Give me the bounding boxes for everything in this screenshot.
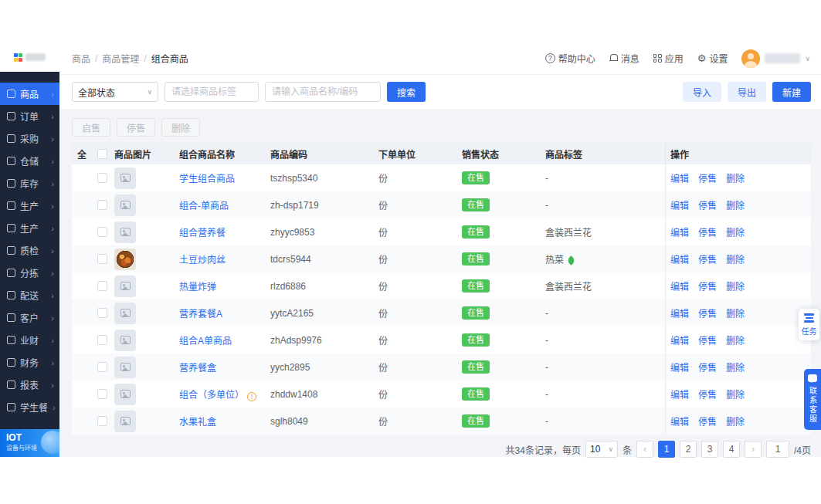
page-button-3[interactable]: 3 xyxy=(701,441,718,458)
edit-link[interactable]: 编辑 xyxy=(670,360,689,374)
edit-link[interactable]: 编辑 xyxy=(670,414,689,428)
import-button[interactable]: 导入 xyxy=(683,82,721,102)
sidebar-item-仓储[interactable]: 仓储 › xyxy=(0,150,59,172)
row-checkbox[interactable] xyxy=(97,254,107,264)
chevron-right-icon: › xyxy=(51,291,54,300)
export-button[interactable]: 导出 xyxy=(728,82,766,102)
delete-link[interactable]: 删除 xyxy=(726,171,745,184)
row-checkbox[interactable] xyxy=(97,173,107,183)
row-checkbox[interactable] xyxy=(97,389,107,399)
stop-sale-link[interactable]: 停售 xyxy=(698,306,717,320)
delete-link[interactable]: 删除 xyxy=(726,252,745,266)
breadcrumb-item[interactable]: 商品 xyxy=(72,52,90,65)
table-row: 热量炸弹 rlzd6886 份 在售 盒装西兰花 编辑 停售 删除 xyxy=(72,272,811,299)
sidebar-item-库存[interactable]: 库存 › xyxy=(0,172,59,194)
stop-sale-link[interactable]: 停售 xyxy=(698,252,717,266)
product-name-link[interactable]: 学生组合商品 xyxy=(179,174,235,184)
status-select[interactable]: 全部状态 ∨ xyxy=(72,82,158,102)
sidebar-item-业财[interactable]: 业财 › xyxy=(0,329,59,351)
page-button-4[interactable]: 4 xyxy=(723,441,740,458)
edit-link[interactable]: 编辑 xyxy=(670,279,689,293)
user-menu[interactable]: ∨ xyxy=(741,49,810,68)
sidebar-item-生产[interactable]: 生产 › xyxy=(0,217,59,239)
message-button[interactable]: 消息 xyxy=(609,52,639,65)
product-code: zhyyc9853 xyxy=(268,227,376,238)
row-checkbox[interactable] xyxy=(97,362,107,372)
sidebar-item-商品[interactable]: 商品 › xyxy=(0,83,59,105)
sidebar-item-报表[interactable]: 报表 › xyxy=(0,374,59,396)
delete-link[interactable]: 删除 xyxy=(726,333,745,347)
task-widget[interactable]: 任务 xyxy=(799,309,819,340)
help-center-button[interactable]: ? 帮助中心 xyxy=(545,52,595,65)
row-checkbox[interactable] xyxy=(97,335,107,345)
row-checkbox[interactable] xyxy=(97,308,107,318)
sidebar-item-质检[interactable]: 质检 › xyxy=(0,239,59,262)
edit-link[interactable]: 编辑 xyxy=(670,171,689,184)
product-name-link[interactable]: 水果礼盒 xyxy=(179,417,216,428)
contact-service-button[interactable]: 联系客服 xyxy=(804,369,821,430)
edit-link[interactable]: 编辑 xyxy=(670,306,689,320)
delete-link[interactable]: 删除 xyxy=(726,360,745,374)
settings-button[interactable]: ⚙ 设置 xyxy=(697,52,728,65)
page-size-select[interactable]: 10 ∨ xyxy=(585,441,618,458)
product-name-link[interactable]: 组合（多单位） xyxy=(179,390,244,401)
product-name-link[interactable]: 热量炸弹 xyxy=(179,282,216,293)
product-name-link[interactable]: 土豆炒肉丝 xyxy=(179,255,226,266)
bulk-delete-button[interactable]: 删除 xyxy=(161,118,200,137)
prev-page-button[interactable]: ‹ xyxy=(636,441,653,458)
search-button[interactable]: 搜索 xyxy=(387,82,426,102)
edit-link[interactable]: 编辑 xyxy=(670,387,689,401)
delete-link[interactable]: 删除 xyxy=(726,387,745,401)
edit-link[interactable]: 编辑 xyxy=(670,198,689,211)
delete-link[interactable]: 删除 xyxy=(726,414,745,428)
sidebar-item-订单[interactable]: 订单 › xyxy=(0,105,59,127)
create-button[interactable]: 新建 xyxy=(772,82,811,102)
stop-sale-link[interactable]: 停售 xyxy=(698,198,717,211)
row-checkbox[interactable] xyxy=(97,227,107,237)
row-checkbox[interactable] xyxy=(97,416,107,426)
product-name-link[interactable]: 营养套餐A xyxy=(179,309,222,320)
page-button-2[interactable]: 2 xyxy=(680,441,697,458)
edit-link[interactable]: 编辑 xyxy=(670,225,689,238)
sidebar-item-采购[interactable]: 采购 › xyxy=(0,127,59,150)
bulk-on-sale-button[interactable]: 启售 xyxy=(72,118,110,137)
table-row: 土豆炒肉丝 tdcrs5944 份 在售 热菜 编辑 停售 删除 xyxy=(72,245,811,272)
delete-link[interactable]: 删除 xyxy=(726,198,745,211)
product-name-link[interactable]: 组合营养餐 xyxy=(179,228,226,238)
keyword-input[interactable] xyxy=(265,82,381,102)
product-name-link[interactable]: 组合-单商品 xyxy=(179,201,229,211)
stop-sale-link[interactable]: 停售 xyxy=(698,225,717,238)
product-name-link[interactable]: 营养餐盒 xyxy=(179,363,216,374)
apps-button[interactable]: 应用 xyxy=(653,52,684,65)
sidebar-item-客户[interactable]: 客户 › xyxy=(0,306,59,329)
delete-link[interactable]: 删除 xyxy=(726,306,745,320)
delete-link[interactable]: 删除 xyxy=(726,279,745,293)
page-button-1[interactable]: 1 xyxy=(658,441,675,458)
sidebar-item-财务[interactable]: 财务 › xyxy=(0,351,59,374)
edit-link[interactable]: 编辑 xyxy=(670,333,689,347)
delete-link[interactable]: 删除 xyxy=(726,225,745,238)
tag-filter-input[interactable] xyxy=(165,82,259,102)
status-badge: 在售 xyxy=(462,225,490,238)
sidebar-item-学生餐[interactable]: 学生餐 › xyxy=(0,396,59,418)
stop-sale-link[interactable]: 停售 xyxy=(698,279,717,293)
edit-link[interactable]: 编辑 xyxy=(670,252,689,266)
stop-sale-link[interactable]: 停售 xyxy=(698,171,717,184)
stop-sale-link[interactable]: 停售 xyxy=(698,333,717,347)
row-checkbox[interactable] xyxy=(97,200,107,210)
stop-sale-link[interactable]: 停售 xyxy=(698,414,717,428)
bulk-off-sale-button[interactable]: 停售 xyxy=(117,118,155,137)
next-page-button[interactable]: › xyxy=(745,441,762,458)
row-checkbox[interactable] xyxy=(97,281,107,291)
stop-sale-link[interactable]: 停售 xyxy=(698,387,717,401)
sidebar-item-分拣[interactable]: 分拣 › xyxy=(0,262,59,284)
stop-sale-link[interactable]: 停售 xyxy=(698,360,717,374)
product-name-link[interactable]: 组合A单商品 xyxy=(179,336,232,347)
iot-banner[interactable]: IOT 设备与环境 xyxy=(0,429,59,457)
breadcrumb-item[interactable]: 商品管理 xyxy=(102,52,139,65)
sidebar-item-配送[interactable]: 配送 › xyxy=(0,284,59,306)
sidebar-item-生产[interactable]: 生产 › xyxy=(0,194,59,217)
column-header-status: 销售状态 xyxy=(460,147,543,161)
page-jump-input[interactable] xyxy=(766,441,789,458)
select-all-checkbox[interactable] xyxy=(97,149,107,159)
